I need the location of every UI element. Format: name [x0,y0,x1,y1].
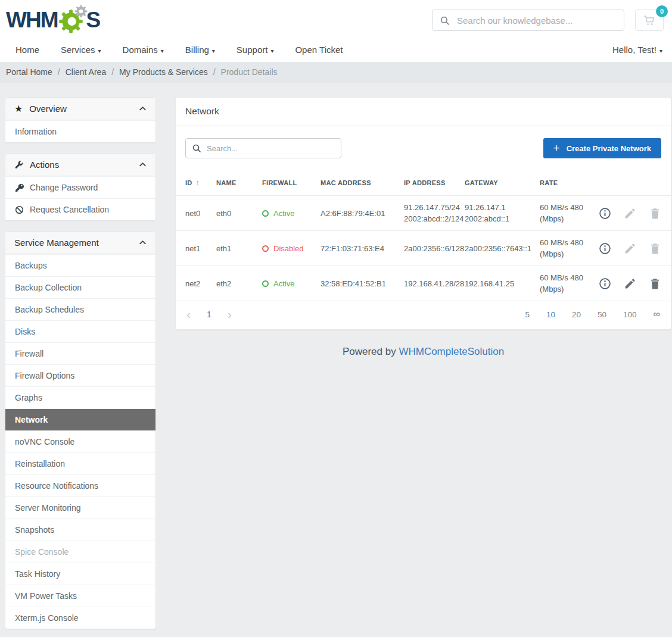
sidebar-item-reinstallation[interactable]: Reinstallation [5,452,155,474]
pagination: ‹ 1 › 5 10 20 50 100 ∞ [176,301,671,329]
sidebar-item-server-monitoring[interactable]: Server Monitoring [5,497,155,519]
sidebar-item-vm-power-tasks[interactable]: VM Power Tasks [5,585,155,607]
service-management-panel-header[interactable]: Service Management [5,232,155,254]
sidebar-item-backup-collection[interactable]: Backup Collection [5,276,155,298]
page-number[interactable]: 1 [207,310,211,319]
caret-down-icon: ▾ [659,48,662,54]
cell-ip: 192.168.41.28/28 [404,278,465,289]
breadcrumb-client-area[interactable]: Client Area [66,67,106,77]
sidebar-item-task-history[interactable]: Task History [5,563,155,585]
page-title: Network [176,98,671,126]
overview-panel-header[interactable]: ★ Overview [5,98,155,120]
previous-page-button[interactable]: ‹ [186,310,191,319]
sidebar-item-spice-console[interactable]: Spice Console [5,541,155,563]
firewall-status: Active [262,278,321,289]
table-search [185,138,341,158]
logo-text-whm: WHM [6,8,57,32]
nav-item-domains[interactable]: Domains▾ [123,45,164,55]
delete-button[interactable] [649,242,661,255]
cell-name: eth1 [216,243,262,254]
wrench-icon [14,160,23,169]
next-page-button[interactable]: › [228,310,232,319]
sidebar-item-novnc-console[interactable]: noVNC Console [5,430,155,452]
breadcrumb-product-details: Product Details [221,67,278,77]
cart-button[interactable]: 0 [635,10,664,31]
table-row: net2 eth2 Active 32:58:ED:41:52:B1 192.1… [176,266,671,301]
search-icon [192,143,201,153]
user-menu[interactable]: Hello, Test!▾ [612,45,662,55]
sidebar-item-snapshots[interactable]: Snapshots [5,519,155,541]
breadcrumb-separator: / [58,67,60,77]
page-size-20[interactable]: 20 [572,310,581,319]
edit-button[interactable] [624,207,636,220]
breadcrumb-separator: / [111,67,114,77]
search-icon [440,15,450,26]
cell-mac: 72:F1:03:71:63:E4 [321,243,404,254]
main-navigation: Home Services▾ Domains▾ Billing▾ Support… [0,37,672,62]
star-icon: ★ [14,104,23,114]
sidebar-item-firewall-options[interactable]: Firewall Options [5,364,155,386]
chevron-up-icon [139,105,147,113]
cart-icon [643,14,656,27]
breadcrumb-my-products[interactable]: My Products & Services [119,67,208,77]
ban-icon [15,205,24,214]
sidebar-item-information[interactable]: Information [5,120,155,142]
sidebar-item-xterm-console[interactable]: Xterm.js Console [5,607,155,629]
page-size-50[interactable]: 50 [598,310,606,319]
sidebar-item-change-password[interactable]: Change Password [5,176,155,198]
service-management-panel: Service Management Backups Backup Collec… [5,231,156,629]
info-button[interactable] [599,242,611,255]
page-size-100[interactable]: 100 [623,310,637,319]
key-icon [15,183,24,192]
footer: Powered by WHMCompleteSolution [175,346,671,358]
cell-id: net0 [185,208,216,219]
actions-panel-header[interactable]: Actions [5,154,155,176]
column-header-mac-address[interactable]: MAC ADDRESS [321,179,404,186]
nav-item-services[interactable]: Services▾ [61,45,101,55]
nav-item-billing[interactable]: Billing▾ [185,45,215,55]
delete-button[interactable] [649,277,661,290]
info-button[interactable] [599,277,611,290]
firewall-status: Disabled [262,243,321,254]
breadcrumb-portal-home[interactable]: Portal Home [6,67,52,77]
info-button[interactable] [599,207,611,220]
page-size-10[interactable]: 10 [546,310,555,319]
sidebar-item-request-cancellation[interactable]: Request Cancellation [5,198,155,220]
sidebar-item-backup-schedules[interactable]: Backup Schedules [5,298,155,320]
column-header-gateway[interactable]: GATEWAY [465,179,540,186]
page-size-5[interactable]: 5 [525,310,530,319]
breadcrumb: Portal Home / Client Area / My Products … [0,62,672,83]
column-header-firewall[interactable]: FIREWALL [262,179,321,186]
column-header-id[interactable]: ID↑ [185,179,216,187]
delete-button[interactable] [649,207,661,220]
knowledgebase-search-input[interactable] [457,15,617,26]
nav-item-support[interactable]: Support▾ [237,45,274,55]
cell-name: eth0 [216,208,262,219]
cell-mac: A2:6F:88:79:4E:01 [321,208,404,219]
whmcs-logo[interactable]: WHM [6,7,99,34]
logo-gears [58,7,85,34]
nav-item-open-ticket[interactable]: Open Ticket [295,45,343,55]
status-label: Disabled [273,243,304,254]
sidebar-item-resource-notifications[interactable]: Resource Notifications [5,474,155,497]
whmcompletesolution-link[interactable]: WHMCompleteSolution [399,346,504,357]
create-private-network-button[interactable]: + Create Private Network [543,138,661,158]
caret-down-icon: ▾ [212,48,215,54]
sidebar-item-firewall[interactable]: Firewall [5,342,155,364]
powered-by-text: Powered by [343,346,396,357]
sidebar-item-disks[interactable]: Disks [5,320,155,342]
table-search-input[interactable] [207,144,335,153]
edit-button[interactable] [624,242,636,255]
page-size-unlimited[interactable]: ∞ [654,309,660,320]
column-header-name[interactable]: NAME [216,179,262,186]
cell-gateway: 2a00:2356::7643::1 [465,243,540,254]
column-header-ip-address[interactable]: IP ADDRESS [404,179,465,186]
table-row: net1 eth1 Disabled 72:F1:03:71:63:E4 2a0… [176,231,671,266]
sidebar-item-network[interactable]: Network [5,408,155,430]
sidebar-item-backups[interactable]: Backups [5,254,155,276]
chevron-up-icon [139,239,147,246]
edit-button[interactable] [624,277,636,290]
column-header-rate[interactable]: RATE [540,179,599,186]
sidebar-item-graphs[interactable]: Graphs [5,386,155,408]
nav-item-home[interactable]: Home [15,45,39,55]
